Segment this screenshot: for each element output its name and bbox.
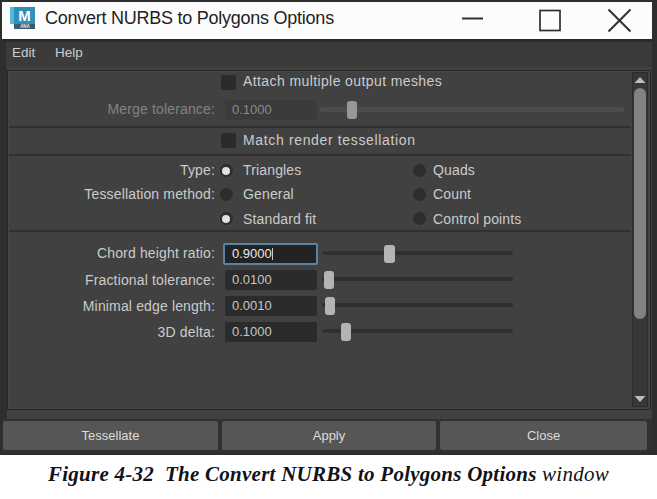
svg-text:M: M bbox=[18, 7, 31, 24]
svg-text:ANA: ANA bbox=[20, 24, 30, 29]
